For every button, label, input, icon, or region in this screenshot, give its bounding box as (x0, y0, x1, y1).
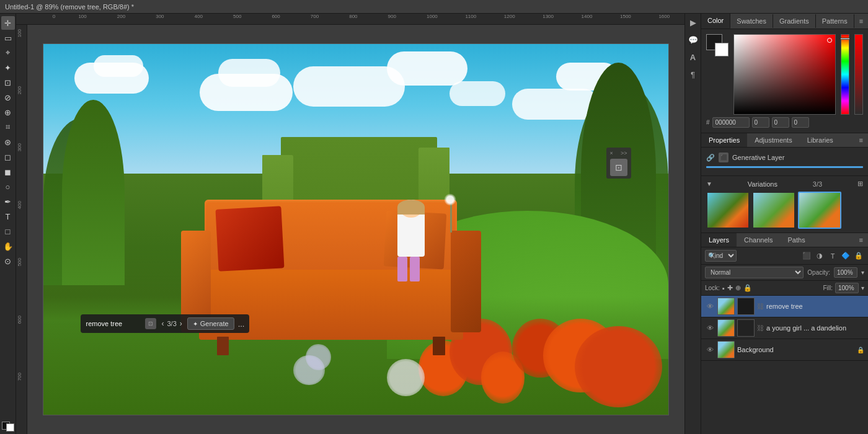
opacity-label: Opacity: (807, 269, 830, 276)
fill-input[interactable] (835, 283, 859, 293)
tab-swatches[interactable]: Swatches (730, 14, 773, 28)
tab-layers[interactable]: Layers (701, 233, 737, 247)
var-thumb-2[interactable] (752, 192, 795, 229)
layer-filter-shape[interactable]: 🔷 (840, 250, 851, 262)
tab-paths[interactable]: Paths (781, 233, 813, 247)
lock-artboard-btn[interactable]: ⊕ (735, 284, 741, 292)
right-panel: Color Swatches Gradients Patterns ≡ (701, 14, 868, 434)
tree-left-2 (62, 100, 125, 285)
color-tabs: Color Swatches Gradients Patterns ≡ (701, 14, 868, 29)
fp-expand[interactable]: × (610, 150, 613, 156)
tool-select-rect[interactable]: ▭ (1, 31, 15, 45)
tab-patterns[interactable]: Patterns (816, 14, 854, 28)
var-count: 3/3 (813, 180, 822, 188)
layer-filter-smart[interactable]: 🔒 (853, 250, 864, 262)
layers-lock-row: Lock: ▪ ✚ ⊕ 🔒 Fill: ▾ (701, 281, 868, 296)
layer-filter-adjust[interactable]: ◑ (814, 250, 825, 262)
layer-filter-text[interactable]: T (827, 250, 838, 262)
lock-pixels-btn[interactable]: ▪ (722, 285, 725, 292)
layer-eye-1[interactable]: 👁 (705, 301, 715, 311)
tool-eraser[interactable]: ◻ (1, 150, 15, 164)
gen-more-btn[interactable]: ... (238, 319, 245, 329)
prop-tab-menu[interactable]: ≡ (854, 133, 868, 147)
opacity-bar[interactable] (854, 34, 863, 115)
hex-label: # (706, 119, 710, 126)
fill-arrow[interactable]: ▾ (861, 285, 864, 291)
var-grid-icon[interactable]: ⊞ (857, 180, 863, 188)
canvas-container[interactable]: remove tree ⊡ ‹ 3/3 › ✦ Generate ... (27, 25, 684, 434)
bg-swatch[interactable] (715, 43, 728, 56)
opacity-arrow[interactable]: ▾ (861, 269, 864, 276)
gen-generate-btn[interactable]: ✦ Generate (187, 317, 234, 330)
tool-hand[interactable]: ✋ (1, 239, 15, 253)
var-thumb-3[interactable] (798, 192, 841, 229)
tool-dodge[interactable]: ○ (1, 180, 15, 193)
gen-prev-btn[interactable]: ‹ (160, 319, 165, 328)
tab-color[interactable]: Color (701, 14, 730, 29)
layer-eye-2[interactable]: 👁 (705, 323, 715, 333)
text-icon[interactable]: A (687, 51, 699, 63)
color-spectrum[interactable] (733, 34, 836, 115)
tool-shape[interactable]: □ (1, 224, 15, 238)
layer-item-background[interactable]: 👁 Background 🔒 (701, 339, 868, 361)
spectrum-overlay (734, 35, 835, 114)
tab-properties[interactable]: Properties (701, 133, 747, 147)
tool-move[interactable]: ✛ (1, 16, 15, 30)
hue-bar[interactable] (841, 34, 849, 115)
blend-mode-select[interactable]: Normal (705, 267, 804, 278)
layer-eye-3[interactable]: 👁 (705, 345, 715, 355)
var-thumbnails (706, 192, 863, 229)
gen-next-btn[interactable]: › (179, 319, 184, 328)
floating-panel: × >> ⊡ (606, 148, 631, 179)
layer-item-remove-tree[interactable]: 👁 ⛓ remove tree (701, 296, 868, 317)
tab-adjustments[interactable]: Adjustments (747, 133, 800, 147)
prop-tabs: Properties Adjustments Libraries ≡ (701, 133, 868, 148)
tool-text[interactable]: T (1, 210, 15, 223)
tool-zoom[interactable]: ⊙ (1, 254, 15, 268)
canvas-scroll: 100 200 300 400 500 600 700 (16, 25, 684, 434)
g-input[interactable] (772, 117, 789, 128)
tool-clone[interactable]: ⊛ (1, 135, 15, 149)
b-input[interactable] (792, 117, 809, 128)
tool-brush[interactable]: ⌗ (1, 120, 15, 134)
opacity-input[interactable] (834, 267, 857, 278)
color-panel-content: # (701, 29, 868, 133)
layers-tab-menu[interactable]: ≡ (854, 233, 868, 247)
tab-channels[interactable]: Channels (737, 233, 780, 247)
var-chevron[interactable]: ▼ (706, 180, 712, 187)
layer-filter-pixel[interactable]: ⬛ (801, 250, 812, 262)
layer-info-1: remove tree (766, 303, 864, 310)
play-icon[interactable]: ▶ (687, 16, 699, 29)
fp-collapse[interactable]: >> (621, 150, 627, 156)
paragraph-icon[interactable]: ¶ (687, 68, 699, 81)
layer-lock-3: 🔒 (857, 347, 864, 353)
tool-magic-wand[interactable]: ✦ (1, 61, 15, 74)
color-picker-area (706, 34, 863, 115)
tool-crop[interactable]: ⊡ (1, 76, 15, 89)
comment-icon[interactable]: 💬 (687, 33, 699, 46)
tool-eyedropper[interactable]: ⊘ (1, 91, 15, 104)
r-input[interactable] (752, 117, 769, 128)
hex-input[interactable] (712, 117, 750, 128)
color-tab-menu[interactable]: ≡ (854, 14, 868, 28)
var-thumb-1[interactable] (706, 192, 750, 229)
gen-fill-input[interactable]: remove tree (86, 320, 141, 327)
tool-pen[interactable]: ✒ (1, 195, 15, 208)
lock-label: Lock: (705, 285, 720, 291)
flowers-white (387, 359, 424, 396)
tab-gradients[interactable]: Gradients (773, 14, 816, 28)
lock-all-btn[interactable]: 🔒 (743, 284, 752, 292)
lock-pos-btn[interactable]: ✚ (727, 284, 733, 292)
spectrum-cursor (827, 38, 832, 43)
gen-nav-count: 3/3 (167, 320, 176, 327)
tab-libraries[interactable]: Libraries (800, 133, 841, 147)
tool-gradient[interactable]: ◼ (1, 165, 15, 179)
tool-healing[interactable]: ⊕ (1, 105, 15, 119)
tool-lasso[interactable]: ⌖ (1, 46, 15, 60)
fg-bg-swatch[interactable] (706, 34, 728, 56)
gen-generate-label: Generate (200, 320, 229, 327)
variations-section: ▼ Variations 3/3 ⊞ (701, 175, 868, 232)
cloud-4 (218, 59, 280, 87)
gen-fill-bar[interactable]: remove tree ⊡ ‹ 3/3 › ✦ Generate ... (81, 314, 249, 333)
layer-item-girl[interactable]: 👁 ⛓ a young girl ... a dandelion (701, 317, 868, 339)
